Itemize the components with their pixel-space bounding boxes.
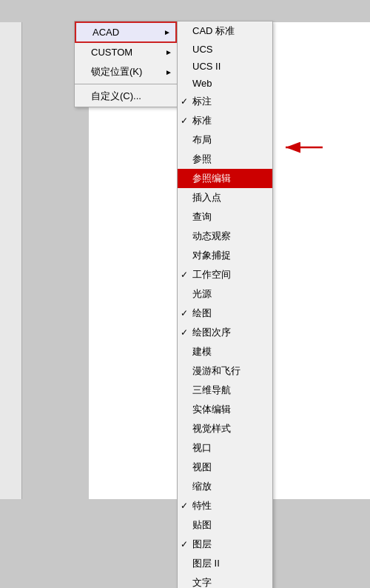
menu2-label-insert_point: 插入点 bbox=[192, 191, 266, 204]
menu-item-acad-label: ACAD bbox=[92, 27, 169, 38]
menu2-label-web: Web bbox=[192, 78, 266, 89]
menu2-label-draw: 绘图 bbox=[192, 307, 266, 320]
menu2-label-text: 文字 bbox=[192, 576, 266, 588]
menu2-label-modeling: 建模 bbox=[192, 345, 266, 358]
checkmark-icon-annotation: ✓ bbox=[181, 96, 188, 107]
menu2-item-layer2[interactable]: 图层 II bbox=[178, 554, 272, 573]
arrow-icon-acad: ► bbox=[164, 28, 171, 36]
menu2-item-object_snap[interactable]: 对象捕捉 bbox=[178, 246, 272, 265]
menu2-label-fly_walk: 漫游和飞行 bbox=[192, 364, 266, 378]
menu2-item-reference[interactable]: 参照 bbox=[178, 150, 272, 169]
menu2-item-cad_standard[interactable]: CAD 标准 bbox=[178, 21, 272, 41]
menu2-item-ucs2[interactable]: UCS II bbox=[178, 58, 272, 75]
menu2-item-properties[interactable]: ✓特性 bbox=[178, 496, 272, 515]
menu2-label-query: 查询 bbox=[192, 210, 266, 224]
checkmark-icon-layer: ✓ bbox=[181, 539, 188, 549]
menu2-item-layer[interactable]: ✓图层 bbox=[178, 535, 272, 554]
left-toolbar bbox=[0, 22, 22, 499]
menu2-item-solid_edit[interactable]: 实体编辑 bbox=[178, 400, 272, 419]
menu2-label-ref_edit: 参照编辑 bbox=[192, 172, 266, 185]
menu2-item-web[interactable]: Web bbox=[178, 75, 272, 92]
menu2-item-visual_style[interactable]: 视觉样式 bbox=[178, 419, 272, 438]
menu-item-custom-label: CUSTOM bbox=[91, 47, 171, 58]
menu2-item-query[interactable]: 查询 bbox=[178, 207, 272, 227]
menu2-label-workspace: 工作空间 bbox=[192, 268, 266, 281]
menu-item-acad[interactable]: ACAD ► bbox=[75, 21, 177, 43]
menu-item-lock-label: 锁定位置(K) bbox=[91, 65, 171, 78]
menu2-label-properties: 特性 bbox=[192, 499, 266, 512]
menu2-item-paste[interactable]: 贴图 bbox=[178, 515, 272, 535]
menu2-label-solid_edit: 实体编辑 bbox=[192, 403, 266, 416]
menu2-item-ucs[interactable]: UCS bbox=[178, 41, 272, 58]
checkmark-icon-workspace: ✓ bbox=[181, 270, 188, 280]
menu2-label-layer2: 图层 II bbox=[192, 557, 266, 570]
menu2-label-layer: 图层 bbox=[192, 538, 266, 551]
menu2-label-view: 视图 bbox=[192, 461, 266, 474]
menu2-item-workspace[interactable]: ✓工作空间 bbox=[178, 265, 272, 284]
menu2-item-insert_point[interactable]: 插入点 bbox=[178, 188, 272, 207]
checkmark-icon-standard: ✓ bbox=[181, 116, 188, 126]
menu2-item-view[interactable]: 视图 bbox=[178, 458, 272, 477]
menu2-item-text[interactable]: 文字 bbox=[178, 573, 272, 588]
checkmark-icon-properties: ✓ bbox=[181, 501, 188, 511]
menu2-label-draw_order: 绘图次序 bbox=[192, 326, 266, 339]
menu2-item-standard[interactable]: ✓标准 bbox=[178, 111, 272, 130]
menu-item-customize-label: 自定义(C)... bbox=[91, 90, 171, 103]
menu2-label-light: 光源 bbox=[192, 287, 266, 301]
menu2-label-zoom: 缩放 bbox=[192, 480, 266, 493]
context-menu-level1: ACAD ► CUSTOM ► 锁定位置(K) ► 自定义(C)... bbox=[74, 21, 178, 107]
menu2-label-cad_standard: CAD 标准 bbox=[192, 24, 266, 38]
menu2-item-dynamic_view[interactable]: 动态观察 bbox=[178, 227, 272, 246]
menu-item-custom[interactable]: CUSTOM ► bbox=[75, 43, 177, 61]
menu2-label-viewport: 视口 bbox=[192, 441, 266, 455]
arrow-icon-custom: ► bbox=[165, 48, 172, 56]
menu2-label-layout: 布局 bbox=[192, 133, 266, 147]
menu2-label-visual_style: 视觉样式 bbox=[192, 422, 266, 435]
menu2-item-viewport[interactable]: 视口 bbox=[178, 438, 272, 458]
menu2-item-annotation[interactable]: ✓标注 bbox=[178, 92, 272, 111]
menu2-label-dynamic_view: 动态观察 bbox=[192, 230, 266, 243]
arrow-icon-lock: ► bbox=[165, 68, 172, 76]
menu2-label-annotation: 标注 bbox=[192, 95, 266, 108]
menu2-item-3d_nav[interactable]: 三维导航 bbox=[178, 381, 272, 400]
menu-separator bbox=[75, 84, 177, 84]
menu2-label-object_snap: 对象捕捉 bbox=[192, 249, 266, 262]
menu2-label-ucs: UCS bbox=[192, 44, 266, 55]
menu2-label-standard: 标准 bbox=[192, 114, 266, 127]
menu2-item-modeling[interactable]: 建模 bbox=[178, 342, 272, 361]
menu2-item-ref_edit[interactable]: 参照编辑 bbox=[178, 169, 272, 188]
menu-item-customize[interactable]: 自定义(C)... bbox=[75, 86, 177, 107]
menu2-item-draw[interactable]: ✓绘图 bbox=[178, 304, 272, 323]
menu2-item-layout[interactable]: 布局 bbox=[178, 130, 272, 150]
menu-item-lock-position[interactable]: 锁定位置(K) ► bbox=[75, 61, 177, 82]
menu2-label-reference: 参照 bbox=[192, 153, 266, 166]
checkmark-icon-draw: ✓ bbox=[181, 308, 188, 318]
menu2-label-paste: 贴图 bbox=[192, 518, 266, 532]
menu2-item-light[interactable]: 光源 bbox=[178, 284, 272, 304]
menu2-item-zoom[interactable]: 缩放 bbox=[178, 477, 272, 496]
menu2-label-ucs2: UCS II bbox=[192, 61, 266, 72]
menu2-item-fly_walk[interactable]: 漫游和飞行 bbox=[178, 361, 272, 381]
context-menu-level2: CAD 标准UCSUCS IIWeb✓标注✓标准布局参照参照编辑插入点查询动态观… bbox=[177, 21, 273, 588]
menu2-label-3d_nav: 三维导航 bbox=[192, 384, 266, 397]
checkmark-icon-draw_order: ✓ bbox=[181, 327, 188, 338]
menu2-item-draw_order[interactable]: ✓绘图次序 bbox=[178, 323, 272, 342]
